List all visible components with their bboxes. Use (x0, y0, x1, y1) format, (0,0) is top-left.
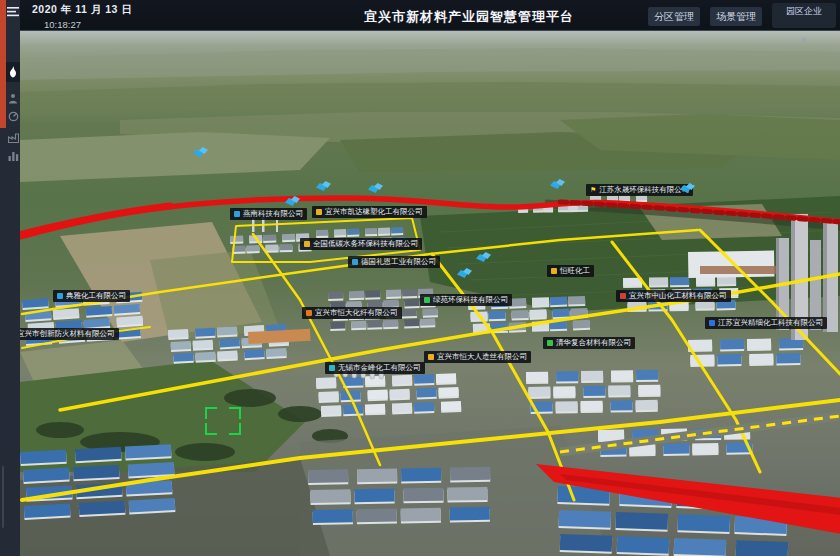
park-enterprise-dropdown[interactable]: 园区企业 ∨ (772, 3, 836, 28)
company-label[interactable]: 绿苑环保科技有限公司 (420, 294, 512, 306)
company-marker-icon (234, 211, 240, 217)
company-label[interactable]: 宜兴市恒大化纤有限公司 (302, 307, 402, 319)
company-marker-icon (424, 297, 430, 303)
company-label[interactable]: 典雅化工有限公司 (53, 290, 130, 302)
company-label-text: 江苏永晟环保科技有限公司 (599, 186, 689, 194)
company-label-text: 宜兴市创新防火材料有限公司 (17, 330, 115, 338)
company-label-text: 清华复合材料有限公司 (556, 339, 631, 347)
company-marker-icon (547, 340, 553, 346)
flag-icon: ⚑ (590, 187, 596, 193)
company-marker-icon (709, 320, 715, 326)
date-label: 2020 年 11 月 13 日 (32, 3, 132, 17)
factory-icon[interactable] (6, 130, 20, 146)
blue-3d-marker-icon[interactable] (457, 268, 472, 279)
company-label-text: 典雅化工有限公司 (66, 292, 126, 300)
company-label[interactable]: 宜兴市创新防火材料有限公司 (4, 328, 119, 340)
company-marker-icon (551, 268, 557, 274)
company-marker-icon (316, 209, 322, 215)
company-label[interactable]: ⚑江苏永晟环保科技有限公司 (586, 184, 693, 196)
company-label-text: 无锡市金峰化工有限公司 (338, 364, 421, 372)
top-bar: 2020 年 11 月 13 日 10:18:27 宜兴市新材料产业园智慧管理平… (0, 0, 840, 31)
company-label-text: 全国低碳水务环保科技有限公司 (313, 240, 418, 248)
company-label[interactable]: 燕南科技有限公司 (230, 208, 307, 220)
gauge-icon[interactable] (6, 108, 20, 124)
company-marker-icon (304, 241, 310, 247)
company-marker-icon (57, 293, 63, 299)
company-label-text: 德国礼恩工业有限公司 (361, 258, 436, 266)
company-label[interactable]: 德国礼恩工业有限公司 (348, 256, 440, 268)
company-label[interactable]: 宜兴市凯达橡塑化工有限公司 (312, 206, 427, 218)
fire-icon[interactable] (6, 62, 20, 82)
blue-3d-marker-icon[interactable] (285, 196, 300, 207)
blue-3d-marker-icon[interactable] (680, 183, 695, 194)
company-label[interactable]: 无锡市金峰化工有限公司 (325, 362, 425, 374)
chevron-down-icon: ∨ (772, 36, 836, 44)
scene-manage-button[interactable]: 场景管理 (710, 7, 762, 26)
time-label: 10:18:27 (44, 19, 132, 30)
dropdown-label: 园区企业 (772, 3, 836, 18)
company-label-text: 绿苑环保科技有限公司 (433, 296, 508, 304)
company-marker-icon (428, 354, 434, 360)
blue-3d-marker-icon[interactable] (193, 147, 208, 158)
page-title: 宜兴市新材料产业园智慧管理平台 (364, 8, 574, 26)
company-label-text: 江苏宜兴精细化工科技有限公司 (718, 319, 823, 327)
company-marker-icon (306, 310, 312, 316)
company-label[interactable]: 清华复合材料有限公司 (543, 337, 635, 349)
blue-3d-marker-icon[interactable] (476, 252, 491, 263)
sidebar (0, 0, 20, 556)
user-icon[interactable] (6, 90, 20, 106)
company-label-text: 宜兴市凯达橡塑化工有限公司 (325, 208, 423, 216)
datetime: 2020 年 11 月 13 日 10:18:27 (32, 3, 132, 30)
map-3d-scene[interactable] (0, 0, 840, 556)
sidebar-scroll-hint (2, 466, 4, 528)
blue-3d-marker-icon[interactable] (550, 179, 565, 190)
company-label-text: 宜兴市中山化工材料有限公司 (629, 292, 727, 300)
company-label[interactable]: 宜兴市中山化工材料有限公司 (616, 290, 731, 302)
map-selection-box (205, 407, 241, 435)
partition-manage-button[interactable]: 分区管理 (648, 7, 700, 26)
company-label[interactable]: 恒旺化工 (547, 265, 594, 277)
company-label-text: 宜兴市恒大人造丝有限公司 (437, 353, 527, 361)
blue-3d-marker-icon[interactable] (368, 183, 383, 194)
company-label-text: 宜兴市恒大化纤有限公司 (315, 309, 398, 317)
company-label[interactable]: 宜兴市恒大人造丝有限公司 (424, 351, 531, 363)
blue-3d-marker-icon[interactable] (316, 181, 331, 192)
company-marker-icon (620, 293, 626, 299)
bar-chart-icon[interactable] (6, 148, 20, 164)
company-marker-icon (329, 365, 335, 371)
company-label[interactable]: 全国低碳水务环保科技有限公司 (300, 238, 422, 250)
company-label-text: 燕南科技有限公司 (243, 210, 303, 218)
company-label-text: 恒旺化工 (560, 267, 590, 275)
company-marker-icon (352, 259, 358, 265)
menu-icon[interactable] (5, 4, 20, 20)
company-label[interactable]: 江苏宜兴精细化工科技有限公司 (705, 317, 827, 329)
